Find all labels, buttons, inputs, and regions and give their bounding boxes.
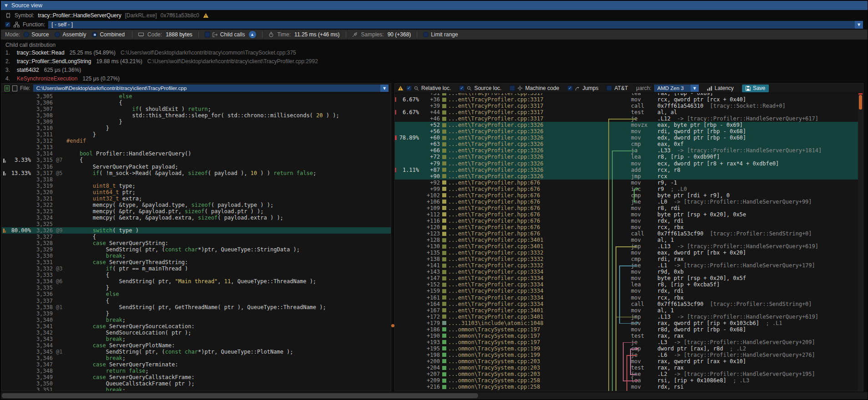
uarch-select[interactable]: AMD Zen 3 ▼ xyxy=(654,85,699,92)
source-line[interactable]: 3,341 case ServerQuerySourceLocation: xyxy=(2,323,391,330)
asm-line[interactable]: +116...ent\TracyProfiler.hpp:676movrdx, … xyxy=(395,218,863,224)
source-line[interactable]: 3,306 { xyxy=(2,100,391,106)
asm-line[interactable]: +106...ent\TracyProfiler.hpp:676jne.L0 -… xyxy=(395,199,863,205)
asm-line[interactable]: +186...ommon\TracySystem.cpp:197movr8d, … xyxy=(395,326,863,333)
latency-toggle[interactable]: Latency xyxy=(707,85,734,91)
asm-line[interactable]: 1.11%+87...ent\TracyProfiler.cpp:3326add… xyxy=(395,167,863,173)
asm-line[interactable]: +193...ommon\TracySystem.cpp:197je.L3 ->… xyxy=(395,339,863,345)
source-line[interactable]: 3,339 } xyxy=(2,310,391,317)
source-line[interactable]: 3,328 case ServerQueryString: xyxy=(2,240,391,246)
asm-line[interactable]: +39...ent\TracyProfiler.cpp:3317call0x7f… xyxy=(395,103,863,109)
child-call-item[interactable]: 2.tracy::Profiler::SendLongString19.88 m… xyxy=(5,58,318,65)
jumps-checkbox[interactable]: Jumps xyxy=(567,85,598,91)
asm-line[interactable]: +198...ommon\TracySystem.cpp:199je.L6 ->… xyxy=(395,352,863,358)
collapse-icon[interactable]: ▼ xyxy=(5,3,8,8)
source-line[interactable]: 3,319 uint8_t type; xyxy=(2,183,391,189)
source-line[interactable]: 3,348 return false; xyxy=(2,368,391,374)
source-line[interactable]: 3,332@3 if( ptr == m_mainThread ) xyxy=(2,265,391,272)
vertical-scrollbar[interactable] xyxy=(858,93,863,391)
asm-line[interactable]: 6.67%+36...ent\TracyProfiler.cpp:3317mov… xyxy=(395,96,863,103)
child-call-item[interactable]: 1.tracy::Socket::Read25.25 ms (54.89%)C:… xyxy=(5,50,296,56)
source-line[interactable]: 3,333 { xyxy=(2,272,391,278)
horizontal-scrollbar[interactable] xyxy=(1,392,868,399)
asm-line[interactable]: +92...ent\TracyProfiler.hpp:676movr9, -1 xyxy=(395,180,863,186)
asm-line[interactable]: 6.67%+44...ent\TracyProfiler.cpp:3317tes… xyxy=(395,109,863,115)
asm-line[interactable]: +112...ent\TracyProfiler.hpp:676movbyte … xyxy=(395,211,863,218)
asm-line[interactable]: +164...ent\TracyProfiler.cpp:3334call0x7… xyxy=(395,301,863,307)
asm-line[interactable]: +179....31103\include\atomic:1048movrax,… xyxy=(395,320,863,326)
relative-loc-checkbox[interactable]: Relative loc. xyxy=(406,85,451,91)
scrollbar-thumb[interactable] xyxy=(859,95,862,110)
asm-line[interactable]: +159...ent\TracyProfiler.cpp:3334movrdx,… xyxy=(395,288,863,294)
source-line[interactable]: 3,316 ServerQueryPacket payload; xyxy=(2,164,391,170)
asm-line[interactable]: +135...ent\TracyProfiler.cpp:3332moveax,… xyxy=(395,250,863,256)
att-syntax-checkbox[interactable]: AT&T xyxy=(606,85,628,91)
asm-line[interactable]: +167...ent\TracyProfiler.cpp:3401moval, … xyxy=(395,307,863,314)
source-line[interactable]: 3,335 } xyxy=(2,285,391,291)
source-line[interactable]: 3,346 break; xyxy=(2,355,391,361)
asm-line[interactable]: +172...ent\TracyProfiler.cpp:3401jmp.L13… xyxy=(395,314,863,320)
source-line[interactable]: 3,351 break; xyxy=(2,387,391,391)
asm-line[interactable]: 78.89%+60...ent\TracyProfiler.cpp:3326mo… xyxy=(395,135,863,141)
asm-line[interactable]: +79...ent\TracyProfiler.cpp:3326movecx, … xyxy=(395,160,863,167)
source-line[interactable]: 3,308 std::this_thread::sleep_for( std::… xyxy=(2,112,391,119)
asm-line[interactable]: +90...ent\TracyProfiler.cpp:3326jmprcx xyxy=(395,173,863,180)
limit-range-toggle[interactable]: Limit range xyxy=(423,31,458,38)
asm-line[interactable]: +52...ent\TracyProfiler.cpp:3326movzxeax… xyxy=(395,122,863,128)
function-checkbox[interactable] xyxy=(5,22,10,27)
titlebar[interactable]: ▼ Source view xyxy=(1,1,868,10)
source-line[interactable]: 3,337 { xyxy=(2,298,391,304)
asm-line[interactable]: +130...ent\TracyProfiler.cpp:3401jmp.L13… xyxy=(395,243,863,250)
asm-line[interactable]: +200...ommon\TracySystem.cpp:203movrax, … xyxy=(395,358,863,365)
chevron-down-icon[interactable]: ▼ xyxy=(855,21,863,29)
source-line[interactable]: 3,340 break; xyxy=(2,317,391,323)
source-line[interactable]: 3,323 memcpy( &ptr, &payload.ptr, sizeof… xyxy=(2,208,391,215)
file-select[interactable]: C:\Users\wolf\Desktop\darkrl\contrib\tra… xyxy=(33,85,389,92)
asm-line[interactable]: +204...ommon\TracySystem.cpp:203testrax,… xyxy=(395,365,863,371)
asm-line[interactable]: +66...ent\TracyProfiler.cpp:3326ja.L33 -… xyxy=(395,147,863,154)
function-select[interactable]: [ - self - ] ▼ xyxy=(48,21,863,29)
source-line[interactable]: 3,305 else xyxy=(2,93,391,100)
source-line[interactable]: 3,344 case ServerQueryPlotName: xyxy=(2,342,391,349)
asm-line[interactable]: +152...ent\TracyProfiler.cpp:3334lear8, … xyxy=(395,281,863,288)
source-line[interactable]: 3,338@1 SendString( ptr, GetThreadName( … xyxy=(2,304,391,310)
source-line[interactable]: 3.33%3,315@7 { xyxy=(2,157,391,163)
save-button[interactable]: Save xyxy=(742,85,769,92)
source-line[interactable]: 3,321 uint32_t extra; xyxy=(2,195,391,202)
asm-line[interactable]: +161...ent\TracyProfiler.cpp:3334movrcx,… xyxy=(395,295,863,301)
source-line[interactable]: 3,307 if( shouldExit ) return; xyxy=(2,106,391,112)
source-line[interactable]: 3,311 } xyxy=(2,131,391,138)
source-line[interactable]: 3,349 case ServerQueryCallstackFrame: xyxy=(2,374,391,380)
source-line[interactable]: 3,313 xyxy=(2,144,391,150)
source-loc-checkbox[interactable]: Source loc. xyxy=(459,85,501,91)
panel-splitter[interactable] xyxy=(391,83,394,391)
chevron-down-icon[interactable]: ▼ xyxy=(380,85,389,92)
splitter-grip[interactable] xyxy=(391,324,394,327)
asm-line[interactable]: +123...ent\TracyProfiler.hpp:676call0x7f… xyxy=(395,230,863,237)
source-line[interactable]: 3,318 xyxy=(2,176,391,183)
source-line[interactable]: 3,327 { xyxy=(2,234,391,240)
asm-line[interactable]: +207...ommon\TracySystem.cpp:203jne.L2 -… xyxy=(395,371,863,377)
source-line[interactable]: 3,325 xyxy=(2,221,391,227)
asm-line[interactable]: +141...ent\TracyProfiler.cpp:3332jne.L1 … xyxy=(395,262,863,269)
machine-code-checkbox[interactable]: Machine code xyxy=(510,85,559,91)
asm-line[interactable]: +147...ent\TracyProfiler.cpp:3334movbyte… xyxy=(395,275,863,281)
source-line[interactable]: 3,350 QueueCallstackFrame( ptr ); xyxy=(2,380,391,387)
asm-line[interactable]: +195...ommon\TracySystem.cpp:199cmpdword… xyxy=(395,345,863,352)
source-line[interactable]: 3,347 case ServerQueryTerminate: xyxy=(2,361,391,368)
source-line[interactable]: 3,312#endif xyxy=(2,138,391,144)
child-call-item[interactable]: 4.KeSynchronizeExecution125 μs (0.27%) xyxy=(5,75,120,82)
asm-line[interactable]: +99...ent\TracyProfiler.hpp:676incr9 ; .… xyxy=(395,186,863,192)
asm-line[interactable]: +120...ent\TracyProfiler.hpp:676movrcx, … xyxy=(395,224,863,230)
asm-line[interactable]: +109...ent\TracyProfiler.hpp:676movr8, r… xyxy=(395,205,863,211)
source-code-view[interactable]: 3,305 else3,306 {3,307 if( shouldExit ) … xyxy=(2,93,391,391)
mode-radio-combined[interactable]: Combined xyxy=(92,31,125,38)
asm-line[interactable]: +216...ommon\TracySystem.cpp:258movrdx, … xyxy=(395,384,863,390)
source-line[interactable]: 3,334@6 SendString( ptr, "Main thread", … xyxy=(2,278,391,285)
source-line[interactable]: 3,320 uint64_t ptr; xyxy=(2,189,391,195)
source-line[interactable]: 3,342 SendSourceLocation( ptr ); xyxy=(2,330,391,336)
asm-line[interactable]: +143...ent\TracyProfiler.cpp:3334movr9d,… xyxy=(395,269,863,275)
source-line[interactable]: 3,336 else xyxy=(2,291,391,297)
source-line[interactable]: 13.33%3,317@5 if( !m_sock->Read( &payloa… xyxy=(2,170,391,176)
collapse-child-calls-button[interactable]: ▲ xyxy=(249,31,256,38)
